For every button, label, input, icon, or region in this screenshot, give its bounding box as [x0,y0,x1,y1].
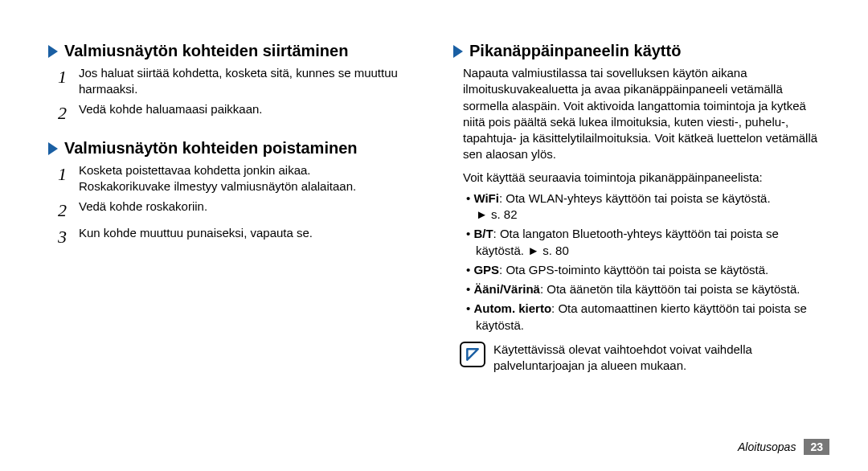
step-number: 1 [58,65,79,98]
item-desc: : Ota WLAN-yhteys käyttöön tai poista se… [499,191,771,205]
step-text: Kun kohde muuttuu punaiseksi, vapauta se… [79,225,415,249]
note-icon [460,342,485,367]
step: 1 Jos haluat siirtää kohdetta, kosketa s… [58,65,415,98]
page-ref: s. 82 [476,207,518,221]
heading-quick-panel-text: Pikanäppäinpaneelin käyttö [469,42,681,60]
chevron-icon [48,142,58,155]
note-text: Käytettävissä olevat vaihtoehdot voivat … [493,342,820,375]
left-column: Valmiusnäytön kohteiden siirtäminen 1 Jo… [39,39,434,455]
heading-move-items: Valmiusnäytön kohteiden siirtäminen [48,42,415,60]
chevron-icon [48,45,58,58]
chevron-icon [453,45,463,58]
lead-paragraph: Voit käyttää seuraavia toimintoja pikanä… [463,170,820,186]
item-label: Ääni/Värinä [473,282,540,296]
bullet-list: WiFi: Ota WLAN-yhteys käyttöön tai poist… [466,190,820,334]
page-ref: s. 80 [527,244,569,257]
item-desc: : Ota langaton Bluetooth-yhteys käyttöön… [476,227,779,256]
step-text: Kosketa poistettavaa kohdetta jonkin aik… [79,162,415,195]
list-item: WiFi: Ota WLAN-yhteys käyttöön tai poist… [466,190,820,223]
list-item: B/T: Ota langaton Bluetooth-yhteys käytt… [466,226,820,259]
heading-delete-items: Valmiusnäytön kohteiden poistaminen [48,139,415,158]
page-footer: Aloitusopas 23 [738,439,829,455]
step: 2 Vedä kohde haluamaasi paikkaan. [58,101,415,125]
step-number: 1 [58,162,79,195]
step-number: 3 [58,225,79,249]
list-item: GPS: Ota GPS-toiminto käyttöön tai poist… [466,262,820,278]
intro-paragraph: Napauta valmiustilassa tai sovelluksen k… [463,65,820,163]
step: 3 Kun kohde muuttuu punaiseksi, vapauta … [58,225,415,249]
step-text: Jos haluat siirtää kohdetta, kosketa sit… [79,65,415,98]
item-desc: : Ota GPS-toiminto käyttöön tai poista s… [499,263,768,276]
step-number: 2 [58,199,79,223]
step-text: Vedä kohde haluamaasi paikkaan. [79,101,415,125]
item-label: GPS [473,263,499,276]
right-column: Pikanäppäinpaneelin käyttö Napauta valmi… [434,39,829,455]
list-item: Autom. kierto: Ota automaattinen kierto … [466,301,820,334]
item-desc: : Ota äänetön tila käyttöön tai poista s… [540,282,800,296]
step-main: Kosketa poistettavaa kohdetta jonkin aik… [79,163,311,177]
step-number: 2 [58,101,79,125]
footer-page-number: 23 [804,439,829,455]
heading-quick-panel: Pikanäppäinpaneelin käyttö [453,42,820,60]
step-sub: Roskakorikuvake ilmestyy valmiusnäytön a… [79,178,415,195]
step-text: Vedä kohde roskakoriin. [79,199,415,223]
heading-delete-items-text: Valmiusnäytön kohteiden poistaminen [64,139,358,158]
item-label: B/T [473,227,493,240]
page: Valmiusnäytön kohteiden siirtäminen 1 Jo… [0,0,868,471]
step: 1 Kosketa poistettavaa kohdetta jonkin a… [58,162,415,195]
footer-section: Aloitusopas [738,440,796,453]
step: 2 Vedä kohde roskakoriin. [58,199,415,223]
list-item: Ääni/Värinä: Ota äänetön tila käyttöön t… [466,281,820,297]
item-label: Autom. kierto [473,301,551,315]
note-box: Käytettävissä olevat vaihtoehdot voivat … [460,342,820,375]
heading-move-items-text: Valmiusnäytön kohteiden siirtäminen [64,42,348,60]
item-label: WiFi [473,191,499,205]
